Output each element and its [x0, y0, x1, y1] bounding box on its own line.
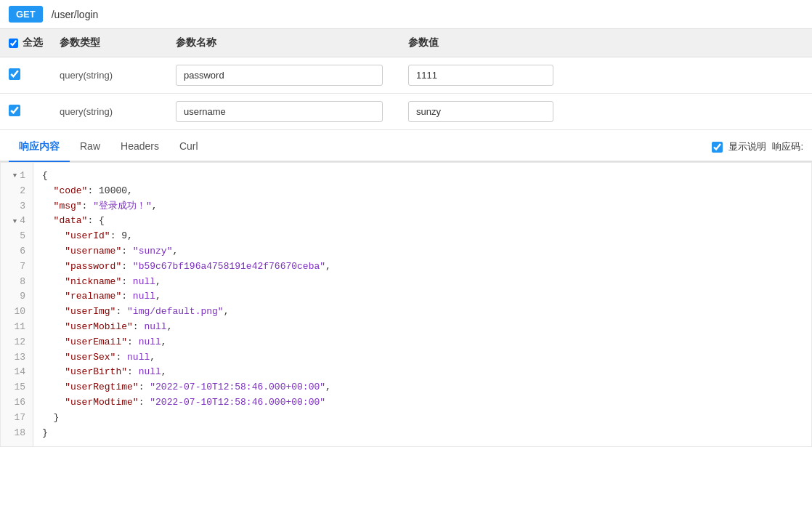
- param-value-input-1[interactable]: [408, 101, 553, 122]
- param-type-0: query(string): [60, 70, 176, 81]
- token-key: "userMobile": [42, 321, 133, 332]
- token-key: "userSex": [42, 352, 115, 363]
- response-code-label: 响应码:: [772, 140, 803, 153]
- line-number: 16: [1, 395, 33, 411]
- tab-响应内容[interactable]: 响应内容: [9, 133, 70, 162]
- param-value-input-0[interactable]: [408, 65, 553, 86]
- token-default: :: [127, 366, 139, 377]
- line-num-text: 5: [20, 229, 25, 244]
- tab-Curl[interactable]: Curl: [169, 133, 208, 162]
- code-line: "userBirth": null,: [42, 365, 803, 380]
- token-str: "2022-07-10T12:58:46.000+00:00": [150, 397, 325, 408]
- code-line: "msg": "登录成功！",: [42, 199, 803, 214]
- token-key: "msg": [42, 201, 82, 211]
- show-desc-label: 显示说明: [728, 140, 766, 153]
- col-name-header: 参数名称: [176, 36, 408, 49]
- response-tabs: 响应内容RawHeadersCurl 显示说明 响应码:: [0, 133, 812, 162]
- token-default: :: [121, 276, 133, 287]
- param-value-col-0: [408, 65, 803, 86]
- line-num-text: 15: [14, 380, 25, 395]
- token-default: :: [121, 246, 133, 257]
- row-checkbox-1[interactable]: [9, 105, 20, 116]
- token-default: :: [139, 382, 150, 392]
- tab-Raw[interactable]: Raw: [70, 133, 110, 162]
- code-content: { "code": 10000, "msg": "登录成功！", "data":…: [33, 163, 811, 446]
- param-name-input-1[interactable]: [176, 101, 383, 122]
- line-num-text: 10: [14, 305, 25, 320]
- token-default: ,: [325, 382, 331, 392]
- token-brace: {: [99, 215, 105, 226]
- line-num-text: 1: [20, 169, 25, 184]
- row-checkbox-col: [9, 68, 60, 82]
- param-name-col-0: [176, 65, 408, 86]
- token-null: null: [139, 366, 161, 377]
- code-line: {: [42, 169, 803, 184]
- url-text: /user/login: [52, 9, 99, 20]
- line-num-text: 9: [20, 289, 25, 305]
- top-bar: GET /user/login: [0, 0, 812, 29]
- collapse-arrow-icon[interactable]: ▼: [13, 171, 17, 181]
- tab-Headers[interactable]: Headers: [110, 133, 169, 162]
- params-rows: query(string) query(string): [0, 57, 812, 130]
- token-key: "code": [42, 185, 87, 196]
- token-default: ,: [224, 306, 230, 317]
- token-key: "userId": [42, 230, 110, 241]
- token-brace: }: [42, 427, 48, 438]
- code-line: "userModtime": "2022-07-10T12:58:46.000+…: [42, 395, 803, 411]
- row-checkbox-col: [9, 105, 60, 118]
- token-default: :: [110, 230, 122, 241]
- line-number: 10: [1, 305, 33, 320]
- line-num-text: 3: [20, 199, 25, 214]
- row-checkbox-0[interactable]: [9, 68, 20, 80]
- token-key: "userBirth": [42, 366, 127, 377]
- line-num-text: 12: [14, 335, 25, 350]
- token-default: :: [115, 352, 127, 363]
- code-line: "username": "sunzy",: [42, 244, 803, 259]
- tabs-container: 响应内容RawHeadersCurl: [9, 133, 208, 161]
- token-null: null: [139, 336, 161, 347]
- code-area: ▼123▼456789101112131415161718 { "code": …: [0, 162, 812, 447]
- line-num-text: 8: [20, 275, 25, 290]
- code-line: "nickname": null,: [42, 275, 803, 290]
- line-number: ▼4: [1, 214, 33, 229]
- line-num-text: 13: [14, 350, 25, 366]
- token-key: "userImg": [42, 306, 115, 317]
- line-numbers: ▼123▼456789101112131415161718: [1, 163, 33, 446]
- token-default: :: [82, 201, 94, 211]
- token-brace: }: [42, 412, 59, 423]
- line-number: 18: [1, 426, 33, 441]
- token-default: ,: [127, 185, 133, 196]
- token-default: :: [133, 321, 145, 332]
- token-default: :: [87, 215, 99, 226]
- token-default: :: [87, 185, 99, 196]
- params-row: query(string): [0, 57, 812, 94]
- token-key: "userEmail": [42, 336, 127, 347]
- token-key: "userModtime": [42, 397, 139, 408]
- token-num: 9: [121, 230, 127, 241]
- col-type-header: 参数类型: [60, 36, 176, 49]
- token-null: null: [144, 321, 166, 332]
- token-default: ,: [172, 246, 178, 257]
- line-num-text: 14: [14, 365, 25, 380]
- param-name-input-0[interactable]: [176, 65, 383, 86]
- code-line: }: [42, 426, 803, 441]
- line-number: 9: [1, 289, 33, 305]
- token-default: ,: [150, 352, 155, 363]
- line-num-text: 2: [20, 184, 25, 199]
- code-line: "userImg": "img/default.png",: [42, 305, 803, 320]
- param-type-1: query(string): [60, 106, 176, 117]
- show-desc-checkbox[interactable]: [712, 142, 723, 153]
- line-number: 8: [1, 275, 33, 290]
- collapse-arrow-icon[interactable]: ▼: [13, 217, 17, 227]
- param-value-col-1: [408, 101, 803, 122]
- params-row: query(string): [0, 94, 812, 130]
- select-all-checkbox[interactable]: [9, 39, 18, 48]
- line-number: ▼1: [1, 169, 33, 184]
- token-num: 10000: [99, 185, 127, 196]
- token-default: ,: [127, 230, 133, 241]
- token-brace: {: [42, 170, 48, 181]
- token-str: "img/default.png": [127, 306, 224, 317]
- select-all-col: 全选: [9, 36, 60, 49]
- token-default: :: [121, 261, 133, 272]
- line-num-text: 7: [20, 259, 25, 275]
